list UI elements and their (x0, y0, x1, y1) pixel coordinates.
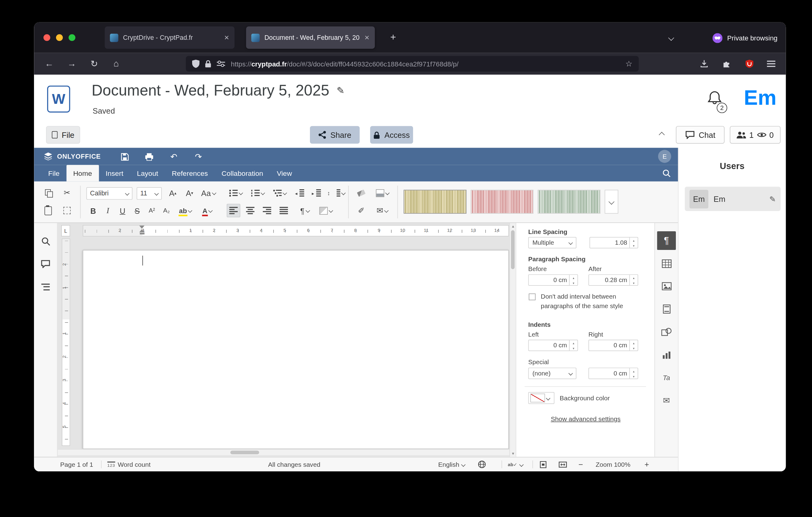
back-button[interactable]: ← (42, 57, 57, 71)
highlight-color-button[interactable]: ab (177, 204, 194, 217)
numbering-button[interactable] (249, 186, 266, 200)
chart-settings-tab[interactable] (657, 346, 676, 364)
spinner-down-icon[interactable]: ▾ (630, 280, 638, 285)
spinner-down-icon[interactable]: ▾ (630, 373, 638, 379)
align-center-button[interactable] (243, 204, 257, 217)
spinner-down-icon[interactable]: ▾ (570, 280, 578, 285)
editor-menu-tab[interactable]: Insert (99, 165, 130, 181)
url-bar[interactable]: https://cryptpad.fr/doc/#/3/doc/edit/ff0… (186, 56, 639, 72)
close-tab-icon[interactable]: ✕ (365, 34, 370, 42)
font-color-button[interactable]: A (199, 204, 216, 217)
style-gallery-expand-button[interactable] (605, 190, 618, 214)
horizontal-ruler[interactable] (83, 225, 509, 237)
editor-menu-tab[interactable]: References (165, 165, 215, 181)
save-button[interactable] (118, 150, 131, 163)
strikethrough-button[interactable]: S (130, 204, 144, 217)
spinner-down-icon[interactable]: ▾ (630, 243, 638, 248)
change-case-button[interactable]: Aa (200, 186, 217, 200)
editor-menu-tab[interactable]: File (41, 165, 66, 181)
increase-indent-button[interactable] (309, 186, 323, 200)
url-text[interactable]: https://cryptpad.fr/doc/#/3/doc/edit/ff0… (231, 60, 620, 68)
reload-button[interactable]: ↻ (87, 57, 102, 71)
underline-button[interactable]: U (116, 204, 129, 217)
style-preview-no-spacing[interactable] (470, 190, 533, 214)
scrollbar-thumb[interactable] (230, 451, 259, 454)
bookmark-star-icon[interactable]: ☆ (626, 59, 632, 68)
comments-button[interactable] (38, 257, 53, 271)
editor-menu-tab[interactable]: Layout (130, 165, 165, 181)
indent-marker-base[interactable] (140, 233, 144, 234)
fit-width-button[interactable] (559, 457, 567, 471)
bullets-button[interactable] (227, 186, 244, 200)
page-indicator[interactable]: Page 1 of 1 (60, 457, 93, 471)
collapse-toolbar-button[interactable] (653, 126, 671, 144)
interval-checkbox[interactable] (529, 293, 535, 300)
navigation-headings-button[interactable] (38, 280, 53, 294)
editor-search-button[interactable] (662, 169, 671, 180)
header-footer-settings-tab[interactable] (657, 300, 676, 319)
nonprinting-characters-button[interactable]: ¶ (296, 204, 314, 217)
indent-left-spinner[interactable]: 0 cm ▴▾ (528, 340, 578, 351)
spinner-up-icon[interactable]: ▴ (630, 368, 638, 373)
new-tab-button[interactable]: + (386, 30, 401, 45)
line-spacing-button[interactable]: ↕ (327, 186, 345, 200)
paragraph-shading-button[interactable] (317, 204, 335, 217)
multilevel-list-button[interactable] (271, 186, 289, 200)
undo-button[interactable]: ↶ (167, 150, 180, 163)
spacing-after-spinner[interactable]: 0.28 cm ▴▾ (588, 274, 638, 286)
font-size-select[interactable]: 11 (137, 187, 162, 200)
permissions-icon[interactable] (216, 61, 225, 67)
zoom-in-button[interactable]: + (644, 457, 649, 471)
align-justify-button[interactable] (277, 204, 290, 217)
spinner-up-icon[interactable]: ▴ (570, 275, 578, 280)
bold-button[interactable]: B (86, 204, 100, 217)
mail-merge-settings-tab[interactable]: ✉ (657, 391, 676, 410)
notifications-button[interactable]: 2 (707, 90, 728, 113)
account-avatar[interactable]: Em (738, 83, 781, 112)
edit-title-pencil-icon[interactable]: ✎ (337, 85, 345, 96)
downloads-button[interactable] (697, 57, 712, 71)
ublock-button[interactable] (742, 57, 757, 71)
lock-icon[interactable] (205, 60, 211, 67)
editor-menu-tab[interactable]: Home (66, 165, 99, 181)
minimize-window-button[interactable] (56, 34, 63, 41)
tab-cryptdrive[interactable]: CryptDrive - CryptPad.fr ✕ (105, 26, 234, 49)
spinner-up-icon[interactable]: ▴ (630, 237, 638, 243)
advanced-settings-link[interactable]: Show advanced settings (551, 415, 620, 423)
paste-button[interactable] (41, 204, 55, 217)
line-spacing-value-spinner[interactable]: 1.08 ▴▾ (589, 237, 638, 248)
spinner-down-icon[interactable]: ▾ (570, 346, 578, 351)
spinner-up-icon[interactable]: ▴ (630, 340, 638, 346)
image-settings-tab[interactable] (657, 277, 676, 296)
text-art-settings-tab[interactable]: Ta (657, 368, 676, 387)
collaborator-badge[interactable]: E (658, 150, 671, 163)
clear-style-button[interactable] (354, 186, 368, 200)
share-button[interactable]: Share (310, 126, 360, 144)
chat-button[interactable]: Chat (676, 126, 725, 144)
fill-color-button[interactable] (373, 186, 391, 200)
zoom-level[interactable]: Zoom 100% (593, 457, 633, 471)
close-window-button[interactable] (44, 34, 50, 41)
editor-menu-tab[interactable]: Collaboration (215, 165, 270, 181)
indent-right-spinner[interactable]: 0 cm ▴▾ (588, 340, 638, 351)
subscript-button[interactable]: A₂ (160, 204, 173, 217)
list-all-tabs-button[interactable] (664, 31, 678, 45)
language-select[interactable]: English (438, 457, 465, 471)
special-indent-select[interactable]: (none) (528, 368, 576, 379)
vertical-scrollbar[interactable]: ▲ ▼ (510, 223, 516, 457)
menu-button[interactable] (764, 57, 779, 71)
access-button[interactable]: Access (370, 126, 413, 144)
tab-document[interactable]: Document - Wed, February 5, 20 ✕ (246, 26, 375, 49)
spinner-up-icon[interactable]: ▴ (630, 275, 638, 280)
horizontal-scrollbar[interactable] (58, 449, 510, 455)
editor-menu-tab[interactable]: View (270, 165, 299, 181)
scroll-down-icon[interactable]: ▼ (510, 452, 517, 456)
superscript-button[interactable]: A² (145, 204, 158, 217)
left-indent-marker[interactable] (139, 229, 144, 232)
forward-button[interactable]: → (64, 57, 79, 71)
select-all-button[interactable] (60, 204, 74, 217)
copy-button[interactable] (41, 186, 55, 200)
paragraph-settings-tab[interactable]: ¶ (657, 231, 676, 250)
shape-settings-tab[interactable] (657, 323, 676, 341)
first-line-indent-marker[interactable] (139, 225, 144, 228)
